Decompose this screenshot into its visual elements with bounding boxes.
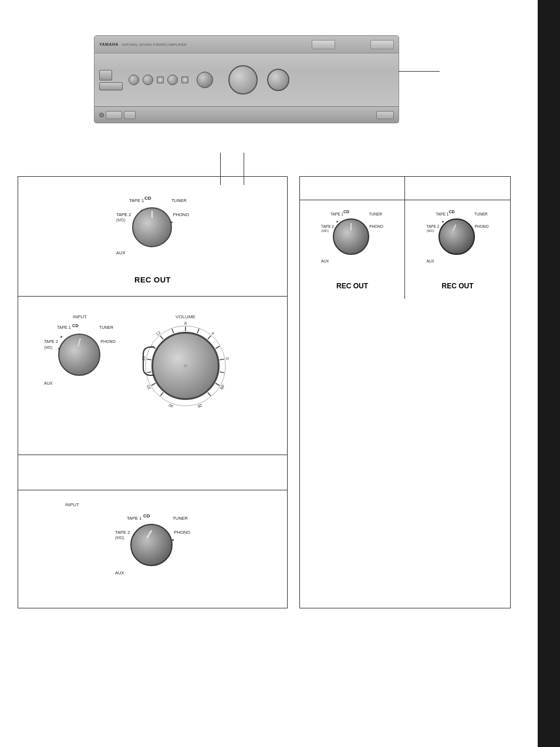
rk1-indicator xyxy=(350,223,352,230)
recout-label: REC OUT xyxy=(134,275,171,284)
input-only-diagram: TAPE 1 CD TUNER TAPE 2 (MD) PHONO AUX xyxy=(112,512,194,588)
phono-label-1: PHONO xyxy=(173,212,189,217)
power-button[interactable] xyxy=(99,70,112,80)
r2-cd: CD xyxy=(449,210,455,214)
right-cell-1: TAPE 1 CD TUNER TAPE 2 (MD) PHONO AUX RE… xyxy=(300,200,405,299)
section-input-volume: INPUT TAPE 1 CD TUNER TAPE 2 (MD) PHONO … xyxy=(18,297,287,455)
r1-recout-label: REC OUT xyxy=(336,282,368,290)
cd-direct-lamp xyxy=(312,40,335,49)
bass-knob[interactable] xyxy=(129,75,139,85)
tape2-label-2: TAPE 2 xyxy=(44,339,58,344)
svg-line-11 xyxy=(215,346,220,349)
main-content: TAPE 1 CD TUNER TAPE 2 (MD) PHONO AUX RE… xyxy=(18,176,511,608)
r1-cd: CD xyxy=(343,210,349,214)
tuner-label-2: TUNER xyxy=(99,325,113,329)
phones-jack[interactable] xyxy=(99,113,104,117)
r2-cd-dot xyxy=(442,221,444,223)
phono-dot-3 xyxy=(172,539,174,541)
svg-line-15 xyxy=(208,392,211,396)
cd-label-2: CD xyxy=(72,323,79,328)
cd-label-3: CD xyxy=(143,513,150,519)
recout-knob-diagram: TAPE 1 CD TUNER TAPE 2 (MD) PHONO AUX xyxy=(112,194,194,271)
routing-icon xyxy=(376,111,394,119)
svg-line-10 xyxy=(208,336,211,339)
recout-knob[interactable] xyxy=(132,207,172,247)
input-only-label: INPUT xyxy=(65,502,79,507)
balance-knob[interactable] xyxy=(167,75,178,85)
treble-knob[interactable] xyxy=(143,75,153,85)
aux-label-2: AUX xyxy=(44,381,52,385)
volume-center-dot xyxy=(184,364,187,368)
phono-label-2: PHONO xyxy=(100,339,116,344)
tape2-label-3: TAPE 2 xyxy=(115,530,130,535)
svg-text:0: 0 xyxy=(225,357,230,360)
svg-line-9 xyxy=(197,329,199,334)
section-input-only: INPUT TAPE 1 CD TUNER TAPE 2 (MD) PHONO … xyxy=(18,490,287,608)
tape2-label-1: TAPE 2 xyxy=(116,212,131,217)
input-knob-indicator xyxy=(77,338,81,346)
svg-line-7 xyxy=(172,329,174,334)
input-col: INPUT TAPE 1 CD TUNER TAPE 2 (MD) PHONO … xyxy=(42,314,118,398)
input-knob-3[interactable] xyxy=(130,524,173,566)
r2-recout-label: REC OUT xyxy=(442,282,474,290)
left-panel: TAPE 1 CD TUNER TAPE 2 (MD) PHONO AUX RE… xyxy=(18,176,288,608)
md-label-3: (MD) xyxy=(115,536,124,540)
rk2-indicator xyxy=(453,224,457,231)
cd-dot-2 xyxy=(60,336,62,338)
aux-label-1: AUX xyxy=(116,250,125,255)
svg-text:4: 4 xyxy=(211,331,215,336)
right-knob-1: TAPE 1 CD TUNER TAPE 2 (MD) PHONO AUX xyxy=(320,209,384,274)
svg-line-14 xyxy=(215,383,220,386)
r1-cd-dot xyxy=(336,221,338,223)
balance-knob-large[interactable] xyxy=(267,69,289,91)
tape-button[interactable] xyxy=(99,82,123,90)
input-top-label: INPUT xyxy=(73,314,87,319)
volume-knob[interactable] xyxy=(151,332,220,400)
aux-label-3: AUX xyxy=(115,570,124,576)
svg-line-1 xyxy=(160,392,163,396)
r2-aux: AUX xyxy=(427,259,434,263)
brand-label: YAMAHA xyxy=(99,42,119,46)
right-panel-header xyxy=(300,177,510,200)
input-knob-3-indicator xyxy=(146,530,153,539)
svg-text:8: 8 xyxy=(184,322,187,325)
r1-md: (MD) xyxy=(321,229,329,233)
pure-direct xyxy=(370,40,394,49)
svg-line-2 xyxy=(151,383,156,386)
rotation-arrow xyxy=(143,346,154,376)
tuner-label-3: TUNER xyxy=(173,516,188,521)
amp-top-bar: YAMAHA NATURAL SOUND STEREO AMPLIFIER xyxy=(95,36,399,53)
input-knob-amp[interactable] xyxy=(197,72,213,88)
tape1-label-3: TAPE 1 xyxy=(127,516,141,521)
r2-tape2: TAPE 2 xyxy=(427,224,440,228)
tuner-label-1: TUNER xyxy=(171,198,187,203)
subsonic-filter[interactable] xyxy=(157,76,164,83)
svg-line-13 xyxy=(220,372,224,372)
md-label-2: (MD) xyxy=(44,345,52,349)
r1-tuner: TUNER xyxy=(369,212,382,216)
right-sidebar xyxy=(538,0,560,747)
input-volume-row: INPUT TAPE 1 CD TUNER TAPE 2 (MD) PHONO … xyxy=(30,308,275,416)
tape1-label-2: TAPE 1 xyxy=(57,325,71,329)
r2-md: (MD) xyxy=(427,229,434,233)
volume-knob-amp[interactable] xyxy=(228,65,258,95)
r2-tape1: TAPE 1 xyxy=(436,212,449,216)
r1-aux: AUX xyxy=(321,259,329,263)
right-knob-circle-1[interactable] xyxy=(333,218,369,255)
right-knob-circle-2[interactable] xyxy=(438,218,475,255)
header-cell-2 xyxy=(405,177,510,200)
r1-phono: PHONO xyxy=(369,224,383,228)
cd-label-1: CD xyxy=(144,196,151,201)
rec-icon xyxy=(124,111,136,119)
input-selector-area xyxy=(197,72,213,88)
input-knob[interactable] xyxy=(58,334,100,376)
right-panel: TAPE 1 CD TUNER TAPE 2 (MD) PHONO AUX RE… xyxy=(299,176,511,608)
cd-direct-btn[interactable] xyxy=(181,76,188,83)
svg-text:12: 12 xyxy=(155,330,161,336)
volume-col: VOLUME xyxy=(141,314,230,410)
header-cell-1 xyxy=(300,177,405,200)
input-knob-diagram: TAPE 1 CD TUNER TAPE 2 (MD) PHONO AUX xyxy=(42,322,118,398)
knobs-row xyxy=(129,75,188,85)
amp-bottom-bar xyxy=(95,106,399,123)
volume-knob-diagram: 20 18 12 8 4 0 dB 40 28 xyxy=(141,322,230,410)
